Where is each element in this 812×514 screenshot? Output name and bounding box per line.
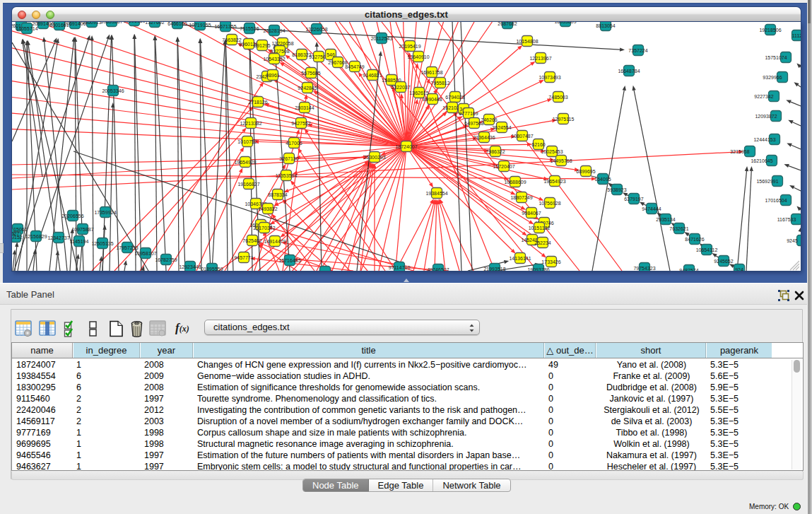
svg-text:16782759: 16782759 [155, 257, 177, 262]
svg-text:1145194: 1145194 [70, 239, 89, 244]
svg-text:20195419: 20195419 [399, 44, 420, 49]
svg-text:14495768: 14495768 [550, 158, 572, 163]
svg-text:10025453: 10025453 [541, 149, 563, 154]
svg-text:19166827: 19166827 [237, 182, 259, 187]
svg-text:5938923: 5938923 [607, 187, 626, 192]
svg-text:8813054: 8813054 [596, 23, 615, 28]
svg-text:10151132: 10151132 [529, 226, 551, 230]
svg-text:2935134: 2935134 [656, 217, 675, 222]
svg-text:5675685: 5675685 [301, 71, 320, 76]
svg-text:8454749: 8454749 [345, 64, 364, 69]
svg-text:12213967: 12213967 [529, 56, 551, 61]
svg-text:18807249: 18807249 [510, 195, 532, 200]
svg-text:1327602: 1327602 [145, 22, 164, 25]
svg-text:7986322: 7986322 [486, 149, 505, 154]
svg-text:6379197: 6379197 [624, 197, 643, 201]
svg-text:746266: 746266 [481, 117, 497, 122]
svg-text:10975887: 10975887 [71, 227, 93, 232]
svg-text:7485003: 7485003 [548, 95, 567, 100]
svg-text:1733426: 1733426 [541, 259, 560, 264]
svg-text:9427552: 9427552 [291, 121, 310, 126]
svg-text:9242845: 9242845 [298, 86, 317, 90]
svg-text:2687682: 2687682 [498, 22, 517, 26]
svg-text:8471626: 8471626 [685, 237, 704, 242]
svg-text:10807487: 10807487 [511, 134, 533, 139]
svg-text:7625402: 7625402 [242, 238, 261, 243]
svg-text:21364436: 21364436 [473, 135, 495, 140]
svg-text:25300293: 25300293 [363, 155, 385, 160]
svg-text:20206556: 20206556 [61, 214, 83, 218]
svg-text:19218506: 19218506 [759, 28, 781, 33]
svg-text:97114710: 97114710 [389, 265, 411, 270]
svg-text:2718126: 2718126 [248, 100, 267, 105]
svg-text:9327508: 9327508 [270, 49, 289, 54]
svg-text:13226058: 13226058 [271, 41, 293, 46]
svg-text:9227342: 9227342 [754, 94, 773, 99]
svg-text:164095: 164095 [594, 177, 611, 182]
svg-text:417006: 417006 [286, 141, 302, 146]
svg-text:14914479: 14914479 [264, 239, 286, 244]
svg-text:924: 924 [735, 267, 743, 271]
svg-text:17016504: 17016504 [765, 198, 787, 203]
svg-text:9777169: 9777169 [459, 111, 478, 116]
svg-text:14055714: 14055714 [16, 26, 37, 31]
svg-text:24628194: 24628194 [263, 28, 285, 33]
svg-text:10719155: 10719155 [189, 23, 211, 28]
svg-text:891295: 891295 [254, 43, 270, 48]
svg-text:49746507: 49746507 [427, 267, 449, 271]
svg-text:5322037: 5322037 [391, 85, 410, 90]
svg-text:1010752: 1010752 [237, 139, 257, 144]
svg-text:9245652: 9245652 [714, 259, 733, 264]
svg-text:18724007: 18724007 [395, 144, 417, 149]
svg-text:15692991: 15692991 [756, 179, 778, 184]
svg-text:10654112: 10654112 [696, 247, 718, 252]
svg-text:12093872: 12093872 [755, 114, 777, 119]
svg-text:546: 546 [326, 52, 335, 57]
svg-text:1362615: 1362615 [409, 90, 428, 95]
svg-text:10688609: 10688609 [504, 180, 526, 185]
svg-text:6794028: 6794028 [445, 95, 464, 100]
svg-text:12923448: 12923448 [179, 264, 201, 269]
svg-text:10756928: 10756928 [539, 201, 560, 206]
svg-text:19384554: 19384554 [425, 191, 447, 196]
svg-text:13640910: 13640910 [407, 54, 429, 59]
svg-text:8990448: 8990448 [423, 97, 442, 102]
svg-text:9474444: 9474444 [642, 206, 661, 211]
svg-text:90996030: 90996030 [123, 22, 145, 23]
svg-text:20112543: 20112543 [371, 36, 393, 41]
svg-text:8878334: 8878334 [268, 192, 287, 197]
svg-text:7515526: 7515526 [240, 26, 259, 31]
svg-text:15720407: 15720407 [493, 164, 514, 169]
svg-text:9084067: 9084067 [522, 211, 541, 216]
svg-text:10543382: 10543382 [263, 57, 285, 62]
svg-text:19093786: 19093786 [527, 267, 549, 271]
svg-text:9329966: 9329966 [763, 75, 782, 80]
svg-text:3215958: 3215958 [730, 149, 749, 154]
svg-text:10653267: 10653267 [100, 22, 122, 24]
svg-text:15716485: 15716485 [278, 258, 300, 263]
svg-text:16648784: 16648784 [618, 69, 640, 74]
svg-text:17359924: 17359924 [94, 210, 116, 215]
svg-text:20053346: 20053346 [102, 88, 124, 93]
svg-text:3624554: 3624554 [492, 125, 511, 130]
svg-text:3267130: 3267130 [279, 156, 298, 161]
svg-text:12505135: 12505135 [91, 241, 113, 246]
svg-text:1493822: 1493822 [258, 206, 277, 211]
svg-text:7632621: 7632621 [669, 226, 688, 231]
svg-text:12444153: 12444153 [753, 137, 775, 142]
svg-text:13226058: 13226058 [305, 27, 327, 32]
svg-text:21993518: 21993518 [483, 267, 505, 271]
svg-text:6466160: 6466160 [167, 22, 187, 26]
svg-text:16961758: 16961758 [420, 70, 442, 75]
svg-text:6899695: 6899695 [576, 169, 595, 174]
svg-text:9245: 9245 [787, 238, 798, 243]
svg-text:19654928: 19654928 [234, 160, 256, 165]
svg-text:10958107: 10958107 [134, 251, 156, 256]
svg-text:10973493: 10973493 [539, 75, 560, 80]
svg-text:17957253: 17957253 [116, 245, 138, 250]
svg-text:2803144: 2803144 [295, 105, 314, 110]
svg-text:16033809: 16033809 [554, 22, 576, 24]
svg-text:10154808: 10154808 [516, 39, 538, 44]
svg-text:9146821: 9146821 [363, 73, 382, 78]
svg-text:16671355: 16671355 [214, 24, 236, 29]
